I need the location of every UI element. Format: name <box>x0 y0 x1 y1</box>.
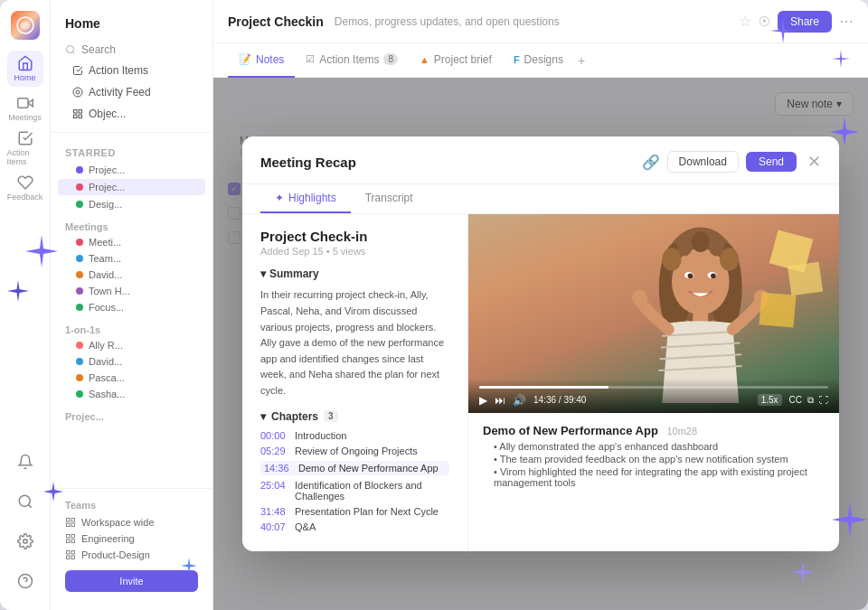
tab-action-items[interactable]: ☑ Action Items 8 <box>295 43 409 78</box>
nav-meeting-2[interactable]: Team... <box>51 250 212 267</box>
tab-project-brief[interactable]: ▲ Project brief <box>409 43 503 78</box>
star-button[interactable]: ☆ <box>739 13 751 30</box>
video-extra-buttons: CC ⧉ ⛶ <box>789 395 828 406</box>
svg-point-47 <box>708 238 723 257</box>
summary-section-header[interactable]: ▾ Summary <box>260 267 449 280</box>
nav-meeting-5-label: Focus... <box>89 302 124 313</box>
nav-1on1-2[interactable]: David... <box>51 353 212 370</box>
video-play-button[interactable]: ▶ <box>479 395 487 406</box>
svg-point-34 <box>687 274 693 279</box>
sidebar-icon-search[interactable] <box>7 483 43 520</box>
video-cc-button[interactable]: CC <box>789 395 802 406</box>
nav-search[interactable]: Search <box>51 40 212 60</box>
modal-overlay[interactable]: Meeting Recap 🔗 Download Send ✕ ✦ Highli… <box>213 78 868 610</box>
video-speed-button[interactable]: 1.5x <box>758 394 782 406</box>
nav-objects[interactable]: Objec... <box>58 104 205 124</box>
svg-point-8 <box>67 46 74 53</box>
chapter-2[interactable]: 14:36 Demo of New Performance App <box>260 461 449 475</box>
video-next-button[interactable]: ⏭ <box>495 395 505 406</box>
chapter-1[interactable]: 05:29 Review of Ongoing Projects <box>260 446 449 456</box>
svg-line-4 <box>28 504 31 507</box>
svg-rect-19 <box>67 523 71 527</box>
nav-starred-1[interactable]: Projec... <box>51 162 212 178</box>
nav-action-items[interactable]: Action Items <box>58 61 205 80</box>
modal-tab-transcript[interactable]: Transcript <box>351 184 428 213</box>
sidebar-icon-meetings[interactable]: Meetings <box>7 90 43 127</box>
sidebar-icon-home[interactable]: Home <box>7 51 43 87</box>
nav-meeting-5[interactable]: Focus... <box>51 299 212 315</box>
tab-add-button[interactable]: + <box>578 53 585 68</box>
team-workspace-label: Workspace wide <box>81 517 155 528</box>
nav-1on1-4-label: Sasha... <box>89 389 125 399</box>
chapter-1-time: 05:29 <box>260 446 288 456</box>
sidebar-icon-help[interactable] <box>7 563 43 599</box>
video-pip-button[interactable]: ⧉ <box>807 395 814 406</box>
chapter-4[interactable]: 31:48 Presentation Plan for Next Cycle <box>260 506 449 517</box>
teams-label: Teams <box>51 496 212 514</box>
svg-rect-24 <box>67 551 71 555</box>
nav-meeting-3[interactable]: David... <box>51 267 212 283</box>
chapter-4-name: Presentation Plan for Next Cycle <box>295 506 439 517</box>
nav-meetings-section: Meetings <box>51 218 212 234</box>
video-fullscreen-button[interactable]: ⛶ <box>819 395 828 406</box>
nav-meeting-1[interactable]: Meeti... <box>51 234 212 250</box>
nav-1on1-4[interactable]: Sasha... <box>51 386 212 402</box>
tab-notes[interactable]: 📝 Notes <box>228 43 295 78</box>
chapters-toggle-icon: ▾ <box>260 410 266 423</box>
sticky-note-2 <box>787 262 822 296</box>
modal-title: Meeting Recap <box>260 155 642 170</box>
sidebar-icon-action-items[interactable]: Action Items <box>7 130 43 166</box>
svg-point-45 <box>676 238 692 257</box>
recap-meta: Added Sep 15 • 5 views <box>260 246 449 257</box>
nav-meeting-4-dot <box>76 287 83 295</box>
chapter-0[interactable]: 00:00 Introduction <box>260 430 449 441</box>
nav-objects-label: Objec... <box>89 108 126 120</box>
video-volume-button[interactable]: 🔊 <box>513 395 526 406</box>
chapter-2-time: 14:36 <box>264 463 291 474</box>
svg-rect-14 <box>79 115 82 118</box>
chapters-header[interactable]: ▾ Chapters 3 <box>260 410 449 423</box>
svg-point-10 <box>73 88 82 97</box>
chapter-1-name: Review of Ongoing Projects <box>295 446 418 456</box>
sidebar-icon-feedback[interactable]: Feedback <box>7 170 43 206</box>
video-progress-fill <box>479 386 609 389</box>
tab-action-items-label: Action Items <box>319 53 379 66</box>
nav-meeting-4[interactable]: Town H... <box>51 283 212 299</box>
nav-action-items-label: Action Items <box>89 64 148 77</box>
modal-link-button[interactable]: 🔗 <box>642 154 660 171</box>
svg-rect-22 <box>71 540 75 543</box>
chapter-0-name: Introduction <box>295 430 346 441</box>
sidebar-icon-bell[interactable] <box>7 444 43 480</box>
nav-1on1-3[interactable]: Pasca... <box>51 370 212 386</box>
modal-tab-highlights-label: Highlights <box>288 192 336 204</box>
tab-designs[interactable]: F Designs <box>503 43 574 78</box>
video-progress-bar[interactable] <box>479 386 828 389</box>
nav-activity-feed[interactable]: Activity Feed <box>58 82 205 102</box>
video-current-time: 14:36 <box>533 395 556 405</box>
app-logo[interactable] <box>11 11 40 40</box>
sidebar-icon-settings[interactable] <box>7 523 43 559</box>
modal-left-panel: Project Check-in Added Sep 15 • 5 views … <box>242 214 468 550</box>
nav-1on1-1[interactable]: Ally R... <box>51 337 212 353</box>
modal-send-button[interactable]: Send <box>746 152 797 172</box>
chapter-5[interactable]: 40:07 Q&A <box>260 521 449 532</box>
chapter-3-time: 25:04 <box>260 480 288 491</box>
nav-starred-2-label: Projec... <box>89 182 125 192</box>
nav-meeting-3-label: David... <box>89 269 122 280</box>
team-product-design[interactable]: Product-Design <box>51 547 212 563</box>
invite-button[interactable]: Invite <box>65 570 198 592</box>
chapters-list: 00:00 Introduction 05:29 Review of Ongoi… <box>260 430 449 532</box>
nav-starred-3[interactable]: Desig... <box>51 196 212 212</box>
team-workspace[interactable]: Workspace wide <box>51 514 212 530</box>
modal-close-button[interactable]: ✕ <box>807 152 821 172</box>
tab-project-brief-label: Project brief <box>434 53 492 66</box>
chapter-3[interactable]: 25:04 Identification of Blockers and Cha… <box>260 480 449 502</box>
video-controls-row: ▶ ⏭ 🔊 14:36 / 39:40 1.5x <box>479 394 828 406</box>
modal-tab-highlights[interactable]: ✦ Highlights <box>260 184 351 213</box>
team-engineering[interactable]: Engineering <box>51 530 212 547</box>
more-button[interactable]: ⋯ <box>839 13 854 30</box>
modal-download-button[interactable]: Download <box>667 151 739 173</box>
nav-starred-2[interactable]: Projec... <box>58 179 205 195</box>
share-button[interactable]: Share <box>778 11 832 33</box>
record-button[interactable]: ⦿ <box>759 14 770 28</box>
